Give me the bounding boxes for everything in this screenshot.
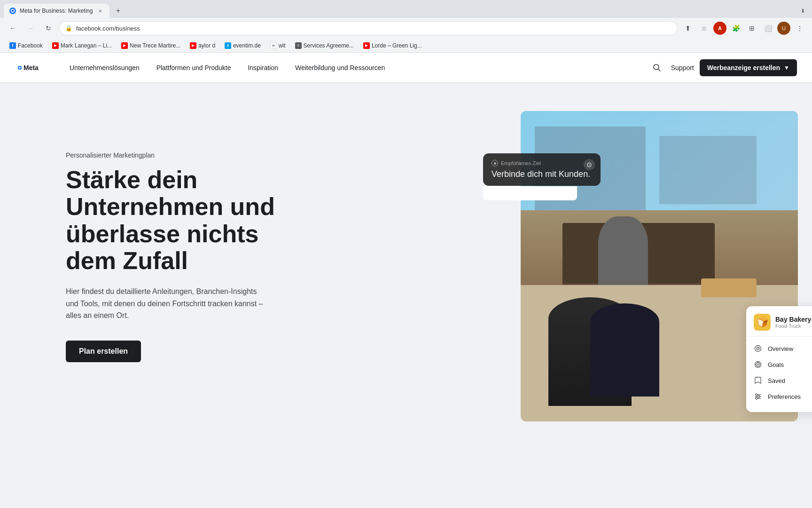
goal-card-close-button[interactable]: ⊙ [584,159,595,170]
bookmark-aylor[interactable]: ▶ aylor d [186,41,219,50]
cta-dropdown-arrow-icon: ▼ [784,64,789,71]
wit-favicon: w [270,42,277,49]
svg-point-17 [758,396,760,397]
bookmark-eventim[interactable]: e eventim.de [221,41,265,50]
user-account-icon[interactable]: U [777,22,790,35]
refresh-icon: ↻ [46,24,51,32]
back-icon: ← [9,24,16,32]
forward-icon: → [27,24,34,32]
svg-text:Meta: Meta [23,64,39,71]
bookmark-wit[interactable]: w wit [266,41,289,50]
svg-point-3 [19,67,21,69]
bookmark-new-trece-label: New Trece Martire... [130,42,180,49]
hero-title-line2: überlasse nichts dem Zufall [66,220,258,274]
business-name: Bay Bakery [775,316,812,323]
bookmark-facebook-label: Facebook [18,42,43,49]
facebook-favicon: f [9,42,16,49]
nav-links: Unternehmenslösungen Plattformen und Pro… [62,60,648,75]
profile-avatar[interactable]: A [713,22,726,35]
bookmark-mark-lanegan[interactable]: ▶ Mark Lanegan – Li... [48,41,116,50]
goal-card-sub-panel [483,186,577,200]
saved-icon [754,376,762,385]
goal-card-text: Verbinde dich mit Kunden. [492,169,592,179]
menu-item-overview[interactable]: Overview [746,341,812,357]
download-icon[interactable]: ⬆ [681,22,695,35]
hero-content: Personalisierter Marketingplan Stärke de… [66,151,301,362]
star-icon[interactable]: ☆ [697,22,710,35]
bookmark-lorde-label: Lorde – Green Lig... [372,42,422,49]
create-ad-label: Werbeanzeige erstellen [707,64,780,71]
refresh-button[interactable]: ↻ [41,21,55,35]
goals-label: Goals [768,361,784,368]
eventim-favicon: e [225,42,231,49]
meta-logo[interactable]: Meta [15,63,43,72]
goals-icon [754,360,762,369]
search-button[interactable] [648,59,665,76]
goal-card-label: Empfohlenes Ziel [492,160,592,167]
hero-image-area: Empfohlenes Ziel Verbinde dich mit Kunde… [483,111,812,431]
bookmark-facebook[interactable]: f Facebook [6,41,47,50]
business-info: Bay Bakery Food Truck [775,316,812,329]
browser-toolbar: ← → ↻ 🔒 facebook.com/business ⬆ ☆ A 🧩 ⊞ … [0,18,812,39]
svg-point-12 [757,364,759,365]
split-view-icon[interactable]: ⬜ [761,22,774,35]
tab-title: Meta for Business: Marketing [20,8,93,14]
menu-item-preferences[interactable]: Preferences [746,389,812,405]
nav-link-unternehmen[interactable]: Unternehmenslösungen [62,60,147,75]
collapse-window-btn[interactable]: ⬇ [797,5,808,16]
svg-line-6 [658,69,660,71]
nav-link-plattformen[interactable]: Plattformen und Produkte [149,60,239,75]
address-bar[interactable]: 🔒 facebook.com/business [59,21,678,35]
overview-label: Overview [768,345,793,352]
close-icon: ⊙ [586,161,592,168]
extensions-icon[interactable]: 🧩 [729,22,742,35]
browser-chrome: Meta for Business: Marketing ✕ + ⬇ ← → ↻… [0,0,812,53]
more-options-icon[interactable]: ⋮ [793,22,806,35]
active-tab[interactable]: Meta for Business: Marketing ✕ [4,4,109,18]
bookmark-services[interactable]: S Services Agreeme... [291,41,358,50]
youtube-favicon-2: ▶ [121,42,128,49]
new-tab-button[interactable]: + [111,4,125,17]
bookmark-aylor-label: aylor d [198,42,215,49]
menu-item-goals[interactable]: Goals [746,357,812,373]
svg-point-18 [756,397,757,399]
bookmark-new-trece[interactable]: ▶ New Trece Martire... [117,41,184,50]
url-text: facebook.com/business [76,25,671,32]
business-dropdown-menu: 🍞 Bay Bakery Food Truck › Overview Goals [746,306,812,412]
business-type: Food Truck [775,323,812,329]
services-favicon: S [295,42,302,49]
create-ad-button[interactable]: Werbeanzeige erstellen ▼ [700,59,797,76]
bookmark-lorde[interactable]: ▶ Lorde – Green Lig... [359,41,426,50]
youtube-favicon-3: ▶ [190,42,196,49]
plan-erstellen-button[interactable]: Plan erstellen [66,341,141,362]
youtube-favicon-1: ▶ [52,42,59,49]
window-controls: ⬇ [797,5,812,16]
overview-icon [754,344,762,353]
youtube-favicon-4: ▶ [363,42,370,49]
svg-point-9 [757,348,758,349]
saved-label: Saved [768,377,785,384]
back-button[interactable]: ← [6,21,20,35]
svg-point-16 [756,394,757,396]
business-header: 🍞 Bay Bakery Food Truck › [746,314,812,337]
hero-section: Personalisierter Marketingplan Stärke de… [0,83,812,431]
nav-actions: Support Werbeanzeige erstellen ▼ [648,59,797,76]
preferences-label: Preferences [768,393,801,400]
business-icon: 🍞 [754,314,771,331]
tabs-bar: Meta for Business: Marketing ✕ + ⬇ [0,0,812,18]
nav-link-inspiration[interactable]: Inspiration [240,60,286,75]
nav-link-weiterbildung[interactable]: Weiterbildung und Ressourcen [288,60,392,75]
hero-subtitle: Personalisierter Marketingplan [66,151,301,159]
menu-item-saved[interactable]: Saved [746,373,812,389]
forward-button[interactable]: → [23,21,38,35]
sidebar-toggle-icon[interactable]: ⊞ [745,22,758,35]
bookmarks-bar: f Facebook ▶ Mark Lanegan – Li... ▶ New … [0,39,812,53]
support-link[interactable]: Support [671,64,694,71]
target-icon [492,160,498,167]
floating-goal-card: Empfohlenes Ziel Verbinde dich mit Kunde… [483,153,601,186]
bookmark-wit-label: wit [279,42,286,49]
meta-navigation: Meta Unternehmenslösungen Plattformen un… [0,53,812,83]
close-tab-icon[interactable]: ✕ [96,7,104,15]
hero-title: Stärke dein Unternehmen und überlasse ni… [66,167,301,274]
hero-title-line1: Stärke dein Unternehmen und [66,166,275,220]
